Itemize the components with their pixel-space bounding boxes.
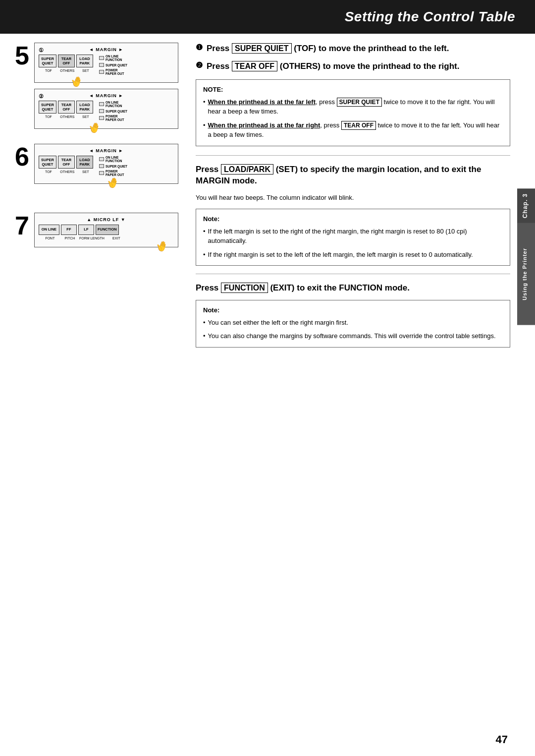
keys-4: ON LINE FF LF FUNCTION FONT PITCH FORM L…	[39, 225, 174, 240]
super-quiet-key-1[interactable]: SUPERQUIET	[39, 55, 56, 67]
function-key[interactable]: FUNCTION	[96, 225, 119, 235]
note5-bold1: When the printhead is at the far left	[208, 98, 316, 106]
step6-note-box: Note: • If the left margin is set to the…	[196, 209, 510, 266]
key-area-3: SUPERQUIET TEAROFF LOADPARK TOF OTHERS S…	[39, 156, 174, 176]
circle-num-1: ①	[39, 47, 44, 54]
note7-item2: • You can also change the margins by sof…	[203, 331, 503, 341]
note5-bold2: When the printhead is at the far right	[208, 121, 321, 129]
right-column: ❶ Press SUPER QUIET (TOF) to move the pr…	[186, 43, 510, 348]
step7-section: 7 ▲ MICRO LF ▼ ON LINE FF LF FUNCTION	[15, 213, 178, 247]
step7-instruction: Press FUNCTION (EXIT) to exit the FUNCTI…	[196, 282, 510, 294]
super-quiet-btn-label: SUPER QUIET	[232, 43, 291, 54]
led-power-3: POWERPAPER OUT	[99, 170, 127, 176]
lf-key[interactable]: LF	[78, 225, 94, 235]
note5-item2: • When the printhead is at the far right…	[203, 120, 503, 140]
keyboard-diagram-1: ◄ MARGIN ► ① SUPERQUIET TEAROFF LOADPARK…	[34, 43, 178, 83]
led-online-1: ON LINEFUNCTION	[99, 55, 127, 61]
super-quiet-key-2[interactable]: SUPERQUIET	[39, 101, 56, 114]
left-column: 5 ◄ MARGIN ► ① SUPERQUIET TEAROFF LOADPA…	[15, 43, 186, 348]
led-superquiet-2: SUPER QUIET	[99, 109, 127, 113]
led-power-1: POWERPAPER OUT	[99, 68, 127, 75]
keyboard-diagram-4: ▲ MICRO LF ▼ ON LINE FF LF FUNCTION FONT	[34, 213, 178, 247]
step6-instruction: Press LOAD/PARK (SET) to specify the mar…	[196, 164, 510, 187]
others-label-1: OTHERS	[59, 69, 76, 72]
page-number: 47	[496, 733, 508, 746]
key-area-2: SUPERQUIET TEAROFF LOADPARK TOF OTHERS S…	[39, 101, 174, 121]
font-label: FONT	[40, 236, 60, 240]
loadpark-btn-label: LOAD/PARK	[221, 164, 273, 174]
key-row-4: ON LINE FF LF FUNCTION	[39, 225, 174, 235]
key-row-2: SUPERQUIET TEAROFF LOADPARK	[39, 101, 94, 114]
divider2	[196, 274, 510, 274]
key-row-3: SUPERQUIET TEAROFF LOADPARK	[39, 156, 94, 169]
note6-item1: • If the left margin is set to the right…	[203, 227, 503, 246]
leds-1: ON LINEFUNCTION SUPER QUIET POWERPAPER O…	[99, 55, 127, 75]
load-park-key-1[interactable]: LOADPARK	[76, 55, 93, 67]
margin-label-2: ◄ MARGIN ►	[39, 93, 174, 98]
keyboard-diagram-3: ◄ MARGIN ► SUPERQUIET TEAROFF LOADPARK T…	[34, 144, 178, 184]
bottom-labels-1: TOF OTHERS SET	[39, 69, 94, 72]
step5-keyboards: ◄ MARGIN ► ① SUPERQUIET TEAROFF LOADPARK…	[34, 43, 178, 129]
exit-label: EXIT	[106, 236, 127, 240]
led-online-2: ON LINEFUNCTION	[99, 101, 127, 108]
key-area-1: SUPERQUIET TEAROFF LOADPARK TOF OTHERS S…	[39, 55, 174, 75]
step6-instructions: Press LOAD/PARK (SET) to specify the mar…	[196, 164, 510, 266]
micro-lf-label: ▲ MICRO LF ▼	[39, 217, 174, 222]
tear-off-key-3[interactable]: TEAROFF	[58, 156, 75, 169]
led-power-2: POWERPAPER OUT	[99, 115, 127, 121]
step7-keyboard: ▲ MICRO LF ▼ ON LINE FF LF FUNCTION FONT	[34, 213, 178, 247]
tear-off-key-2[interactable]: TEAROFF	[58, 101, 75, 114]
circle-num-2: ②	[39, 93, 44, 100]
bottom-labels-2: TOF OTHERS SET	[39, 115, 94, 118]
note5-item1: • When the printhead is at the far left,…	[203, 97, 503, 116]
hand-cursor-2: ✋	[87, 119, 103, 135]
led-online-3: ON LINEFUNCTION	[99, 156, 127, 163]
sub2-bullet: ❷	[196, 60, 203, 70]
step5-sub2: ❷ Press TEAR OFF (OTHERS) to move the pr…	[196, 60, 510, 72]
keys-3: SUPERQUIET TEAROFF LOADPARK TOF OTHERS S…	[39, 156, 94, 174]
note7-title: Note:	[203, 306, 503, 314]
led-superquiet-3: SUPER QUIET	[99, 164, 127, 168]
others-label-3: OTHERS	[59, 170, 76, 174]
step5-note-box: NOTE: • When the printhead is at the far…	[196, 79, 510, 146]
step5-section: 5 ◄ MARGIN ► ① SUPERQUIET TEAROFF LOADPA…	[15, 43, 178, 129]
hand-cursor-1: ✋	[69, 73, 85, 89]
page-header: Setting the Control Table	[0, 0, 535, 34]
step7-note-box: Note: • You can set either the left or t…	[196, 300, 510, 348]
hand-cursor-3: ✋	[105, 174, 121, 190]
load-park-key-2[interactable]: LOADPARK	[76, 101, 93, 114]
step7-number: 7	[15, 213, 29, 238]
bottom-labels-4: FONT PITCH FORM LENGTH EXIT	[39, 236, 174, 240]
step6-number: 6	[15, 144, 29, 170]
margin-label-3: ◄ MARGIN ►	[39, 148, 174, 153]
margin-label-1: ◄ MARGIN ►	[39, 47, 174, 52]
tear-off-btn-label: TEAR OFF	[232, 61, 277, 71]
tear-off-key-1[interactable]: TEAROFF	[58, 55, 75, 67]
load-park-key-3[interactable]: LOADPARK	[76, 156, 93, 169]
note5-btn2: TEAR OFF	[341, 121, 376, 130]
printer-tab: Using the Printer	[517, 223, 535, 325]
super-quiet-key-3[interactable]: SUPERQUIET	[39, 156, 56, 169]
step5-instructions: ❶ Press SUPER QUIET (TOF) to move the pr…	[196, 43, 510, 146]
main-content: 5 ◄ MARGIN ► ① SUPERQUIET TEAROFF LOADPA…	[0, 34, 535, 377]
note6-title: Note:	[203, 215, 503, 223]
key-row-1: SUPERQUIET TEAROFF LOADPARK	[39, 55, 94, 67]
step6-keyboard: ◄ MARGIN ► SUPERQUIET TEAROFF LOADPARK T…	[34, 144, 178, 184]
step6-body: You will hear two beeps. The column indi…	[196, 193, 510, 203]
function-btn-label: FUNCTION	[221, 283, 268, 293]
step6-section: 6 ◄ MARGIN ► SUPERQUIET TEAROFF LOADPARK	[15, 144, 178, 184]
step5-number: 5	[15, 43, 29, 68]
step7-instructions: Press FUNCTION (EXIT) to exit the FUNCTI…	[196, 282, 510, 348]
ff-key[interactable]: FF	[61, 225, 77, 235]
set-label-2: SET	[77, 115, 94, 118]
tof-label-3: TOF	[40, 170, 57, 174]
divider1	[196, 155, 510, 156]
note6-item2: • If the right margin is set to the left…	[203, 250, 503, 260]
key-area-4: ON LINE FF LF FUNCTION FONT PITCH FORM L…	[39, 225, 174, 240]
keys-1: SUPERQUIET TEAROFF LOADPARK TOF OTHERS S…	[39, 55, 94, 72]
sub2-text: Press TEAR OFF (OTHERS) to move the prin…	[207, 60, 459, 72]
tof-label-2: TOF	[40, 115, 57, 118]
online-key[interactable]: ON LINE	[39, 225, 59, 235]
chap-tab: Chap. 3	[517, 188, 535, 223]
bottom-labels-3: TOF OTHERS SET	[39, 170, 94, 174]
